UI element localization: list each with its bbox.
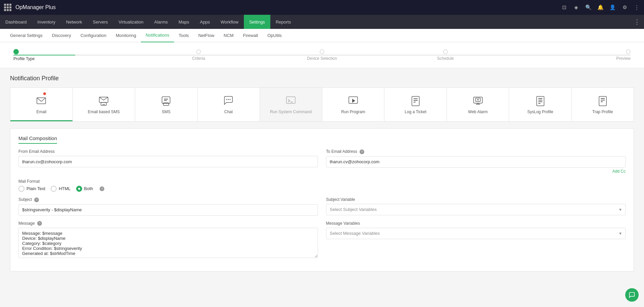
radio-circle-html [51, 186, 57, 192]
subnav-tools[interactable]: Tools [174, 29, 194, 42]
to-email-label-text: To Email Address [326, 149, 357, 154]
message-label: Message ? [18, 221, 318, 226]
mail-format-help-icon[interactable]: ? [100, 186, 104, 191]
bell-icon[interactable]: 🔔 [597, 4, 604, 11]
nav-workflow[interactable]: Workflow [215, 15, 244, 29]
nav-virtualization[interactable]: Virtualization [113, 15, 149, 29]
card-chat[interactable]: Chat [198, 88, 260, 121]
subnav-discovery[interactable]: Discovery [47, 29, 76, 42]
subject-help-icon[interactable]: ? [34, 198, 39, 202]
card-run-system-command[interactable]: Run System Command [260, 88, 322, 121]
subject-row: Subject ? Subject Variable Select Subjec… [18, 197, 626, 216]
message-row: Message ? Message: $message Device: $dis… [18, 221, 626, 259]
nav-apps[interactable]: Apps [195, 15, 215, 29]
svg-rect-29 [599, 96, 606, 106]
nav-more-icon[interactable]: ⋮ [630, 18, 644, 26]
syslog-icon [534, 95, 546, 107]
to-email-help-icon[interactable]: ? [360, 149, 364, 154]
radio-plain-text-label: Plain Text [26, 186, 45, 191]
subnav-monitoring[interactable]: Monitoring [111, 29, 141, 42]
page-title: Notification Profile [10, 75, 634, 82]
message-variable-select-wrap: Select Message Variables ▼ [326, 228, 626, 239]
step-device-selection: Device Selection [260, 49, 384, 61]
add-cc-link[interactable]: Add Cc [326, 169, 626, 174]
card-syslog[interactable]: SysLog Profile [509, 88, 572, 121]
svg-rect-15 [412, 96, 419, 106]
subject-variable-group: Subject Variable Select Subject Variable… [326, 197, 626, 216]
subject-variable-select[interactable]: Select Subject Variables [326, 204, 626, 215]
monitor-icon[interactable]: ⊡ [561, 4, 568, 11]
subnav-oputils[interactable]: OpUtils [263, 29, 286, 42]
message-textarea[interactable]: Message: $message Device: $displayName C… [18, 228, 318, 258]
card-email-sms[interactable]: Email based SMS [73, 88, 135, 121]
radio-plain-text[interactable]: Plain Text [18, 186, 45, 192]
subnav-general-settings[interactable]: General Settings [5, 29, 47, 42]
radio-both[interactable]: Both [76, 186, 93, 192]
subnav-configuration[interactable]: Configuration [76, 29, 111, 42]
from-email-input[interactable] [18, 156, 318, 167]
step-circle-1 [13, 49, 19, 54]
svg-rect-2 [101, 102, 106, 105]
card-web-alarm[interactable]: Web Alarm [447, 88, 509, 121]
subnav-ncm[interactable]: NCM [219, 29, 238, 42]
main-nav: Dashboard Inventory Network Servers Virt… [0, 15, 644, 29]
run-system-command-icon [285, 95, 297, 107]
to-email-group: To Email Address ? Add Cc [326, 149, 626, 174]
nav-maps[interactable]: Maps [173, 15, 195, 29]
subject-group: Subject ? [18, 197, 318, 216]
nav-network[interactable]: Network [61, 15, 88, 29]
location-icon[interactable]: ◈ [573, 4, 580, 11]
card-email[interactable]: Email [10, 88, 73, 121]
message-variable-group: Message Variables Select Message Variabl… [326, 221, 626, 259]
app-name: OpManager Plus [15, 4, 56, 10]
trap-profile-icon [597, 95, 609, 107]
nav-alarms[interactable]: Alarms [149, 15, 173, 29]
nav-inventory[interactable]: Inventory [32, 15, 61, 29]
message-variable-select[interactable]: Select Message Variables [326, 228, 626, 239]
user-icon[interactable]: 👤 [609, 4, 616, 11]
radio-both-label: Both [84, 186, 93, 191]
card-sms-label: SMS [162, 109, 170, 114]
sms-icon [160, 95, 172, 107]
page-content: Notification Profile Email Email based S… [0, 68, 644, 307]
card-run-program[interactable]: Run Program [322, 88, 385, 121]
run-program-icon [347, 95, 359, 107]
to-email-input[interactable] [326, 156, 626, 168]
nav-dashboard[interactable]: Dashboard [0, 15, 32, 29]
message-help-icon[interactable]: ? [37, 221, 42, 226]
step-circle-4 [443, 49, 448, 54]
svg-rect-5 [163, 103, 169, 105]
settings-icon[interactable]: ⚙ [621, 4, 628, 11]
subnav-firewall[interactable]: Firewall [238, 29, 263, 42]
more-vertical-icon[interactable]: ⋮ [633, 4, 640, 11]
grid-icon[interactable] [4, 4, 11, 11]
card-log-ticket[interactable]: Log a Ticket [384, 88, 447, 121]
step-label-3: Device Selection [307, 56, 337, 61]
nav-reports[interactable]: Reports [270, 15, 297, 29]
message-variable-label: Message Variables [326, 221, 626, 226]
card-trap-profile[interactable]: Trap Profile [572, 88, 634, 121]
card-syslog-label: SysLog Profile [527, 109, 553, 114]
topbar-actions: ⊡ ◈ 🔍 🔔 👤 ⚙ ⋮ [561, 4, 640, 11]
step-label-2: Criteria [192, 56, 205, 61]
svg-point-21 [477, 99, 479, 100]
card-sms[interactable]: SMS [135, 88, 198, 121]
card-log-ticket-label: Log a Ticket [405, 109, 427, 114]
subnav-netflow[interactable]: NetFlow [194, 29, 219, 42]
progress-bar: Profile Type Criteria Device Selection S… [0, 42, 644, 68]
sub-nav: General Settings Discovery Configuration… [0, 29, 644, 42]
chat-fab-button[interactable] [625, 288, 639, 302]
search-icon[interactable]: 🔍 [585, 4, 592, 11]
from-email-label: From Email Address [18, 149, 318, 154]
nav-servers[interactable]: Servers [88, 15, 113, 29]
log-ticket-icon [410, 95, 422, 107]
svg-point-8 [226, 99, 227, 100]
subject-input[interactable] [18, 204, 318, 216]
subnav-notifications[interactable]: Notifications [141, 29, 174, 42]
nav-settings[interactable]: Settings [244, 15, 270, 29]
card-email-sms-label: Email based SMS [88, 109, 120, 114]
email-sms-icon [98, 95, 110, 107]
section-title: Mail Composition [18, 135, 57, 144]
step-circle-2 [196, 49, 201, 54]
radio-html[interactable]: HTML [51, 186, 70, 192]
